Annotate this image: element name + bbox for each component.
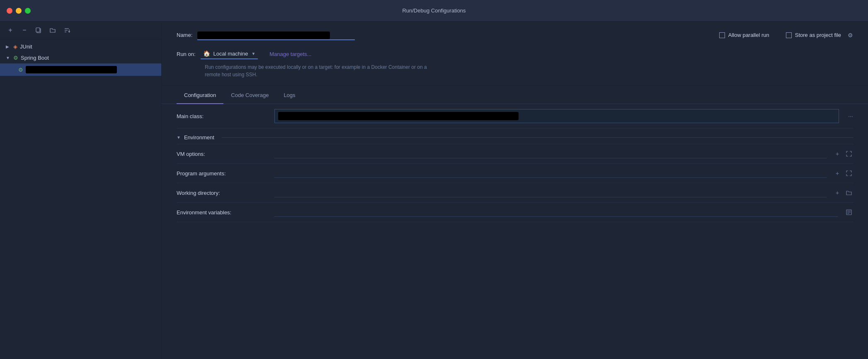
main-class-row: Main class: ··· bbox=[177, 104, 853, 129]
run-on-dropdown[interactable]: 🏠 Local machine ▼ bbox=[201, 49, 258, 59]
program-args-add-button[interactable]: + bbox=[833, 169, 841, 177]
dropdown-arrow-icon: ▼ bbox=[251, 51, 255, 56]
tab-configuration[interactable]: Configuration bbox=[177, 87, 223, 104]
sort-button[interactable] bbox=[62, 26, 71, 35]
program-args-expand-button[interactable] bbox=[845, 169, 853, 177]
store-project-gear-icon[interactable]: ⚙ bbox=[848, 32, 853, 39]
house-icon: 🏠 bbox=[203, 50, 210, 57]
folder-icon bbox=[49, 27, 56, 34]
env-vars-label: Environment variables: bbox=[177, 209, 268, 216]
junit-icon: ◈ bbox=[13, 44, 17, 50]
tabs-bar: Configuration Code Coverage Logs bbox=[162, 87, 868, 104]
close-button[interactable] bbox=[7, 8, 12, 14]
svg-rect-1 bbox=[36, 28, 40, 32]
local-machine-label: Local machine bbox=[213, 51, 248, 57]
allow-parallel-checkbox[interactable] bbox=[719, 32, 725, 38]
tree-arrow-junit: ▶ bbox=[6, 44, 11, 49]
program-args-label: Program arguments: bbox=[177, 170, 268, 177]
working-dir-add-button[interactable]: + bbox=[833, 189, 841, 197]
working-dir-label: Working directory: bbox=[177, 190, 268, 196]
main-class-redacted bbox=[278, 112, 519, 120]
run-on-row: Run on: 🏠 Local machine ▼ Manage targets… bbox=[177, 49, 853, 59]
expand-icon-2 bbox=[846, 170, 852, 176]
vm-options-expand-button[interactable] bbox=[845, 150, 853, 158]
vm-options-input[interactable] bbox=[274, 149, 827, 158]
tree-item-springboot-child[interactable]: ⚙ bbox=[0, 63, 161, 76]
minimize-button[interactable] bbox=[16, 8, 22, 14]
env-vars-edit-button[interactable] bbox=[845, 208, 853, 216]
program-args-input[interactable] bbox=[274, 169, 827, 178]
main-class-label: Main class: bbox=[177, 113, 268, 119]
run-on-label: Run on: bbox=[177, 51, 196, 57]
vm-options-label: VM options: bbox=[177, 151, 268, 157]
toolbar: + − bbox=[0, 22, 161, 39]
program-args-actions: + bbox=[833, 169, 853, 177]
vm-options-row: VM options: + bbox=[177, 144, 853, 164]
name-left: Name: bbox=[177, 30, 719, 40]
environment-chevron-icon: ▼ bbox=[177, 135, 181, 140]
copy-config-button[interactable] bbox=[34, 26, 43, 35]
right-panel: Name: Allow parallel run Store as projec… bbox=[162, 22, 868, 359]
sort-icon bbox=[63, 27, 70, 34]
config-header: Name: Allow parallel run Store as projec… bbox=[162, 22, 868, 85]
tab-code-coverage[interactable]: Code Coverage bbox=[223, 87, 276, 104]
allow-parallel-checkbox-row[interactable]: Allow parallel run bbox=[719, 32, 769, 38]
edit-icon bbox=[846, 209, 852, 215]
name-right: Allow parallel run Store as project file… bbox=[719, 32, 853, 39]
tab-logs[interactable]: Logs bbox=[276, 87, 303, 104]
run-on-left: Run on: 🏠 Local machine ▼ Manage targets… bbox=[177, 49, 311, 59]
copy-icon bbox=[35, 27, 42, 34]
working-dir-browse-button[interactable] bbox=[845, 189, 853, 197]
folder-button[interactable] bbox=[48, 26, 57, 35]
folder-browse-icon bbox=[846, 190, 852, 196]
config-content: Main class: ··· ▼ Environment VM options… bbox=[162, 104, 868, 359]
add-config-button[interactable]: + bbox=[6, 26, 15, 35]
environment-section-header[interactable]: ▼ Environment bbox=[177, 129, 853, 144]
tree-item-springboot[interactable]: ▼ ⚙ Spring Boot bbox=[0, 52, 161, 63]
springboot-icon: ⚙ bbox=[13, 55, 18, 61]
env-vars-input[interactable] bbox=[274, 208, 838, 217]
manage-targets-link[interactable]: Manage targets... bbox=[269, 51, 311, 57]
main-class-more-button[interactable]: ··· bbox=[848, 113, 853, 119]
tree-label-junit: JUnit bbox=[20, 44, 32, 50]
store-as-project-label: Store as project file bbox=[795, 32, 841, 38]
name-row: Name: Allow parallel run Store as projec… bbox=[177, 30, 853, 40]
working-dir-row: Working directory: + bbox=[177, 183, 853, 203]
store-as-project-checkbox[interactable] bbox=[786, 32, 792, 38]
run-on-hint: Run configurations may be executed local… bbox=[205, 63, 437, 78]
environment-title: Environment bbox=[184, 134, 214, 141]
working-dir-actions: + bbox=[833, 189, 853, 197]
expand-icon bbox=[846, 151, 852, 157]
env-vars-actions bbox=[845, 208, 853, 216]
vm-options-actions: + bbox=[833, 150, 853, 158]
config-tree: ▶ ◈ JUnit ▼ ⚙ Spring Boot ⚙ bbox=[0, 39, 161, 359]
allow-parallel-label: Allow parallel run bbox=[728, 32, 769, 38]
program-args-row: Program arguments: + bbox=[177, 164, 853, 183]
name-redacted bbox=[197, 32, 330, 39]
title-bar: Run/Debug Configurations bbox=[0, 0, 868, 22]
main-container: + − bbox=[0, 22, 868, 359]
remove-config-button[interactable]: − bbox=[20, 26, 29, 35]
tree-item-junit[interactable]: ▶ ◈ JUnit bbox=[0, 41, 161, 52]
working-dir-input[interactable] bbox=[274, 188, 827, 197]
name-label: Name: bbox=[177, 32, 192, 38]
tree-label-springboot: Spring Boot bbox=[21, 55, 49, 61]
vm-options-add-button[interactable]: + bbox=[833, 150, 841, 158]
child-redacted-label bbox=[26, 66, 117, 73]
window-title: Run/Debug Configurations bbox=[402, 7, 466, 14]
env-vars-row: Environment variables: bbox=[177, 203, 853, 222]
left-panel: + − bbox=[0, 22, 162, 359]
main-class-input[interactable] bbox=[274, 109, 839, 123]
child-springboot-icon: ⚙ bbox=[18, 67, 23, 73]
maximize-button[interactable] bbox=[25, 8, 31, 14]
window-controls[interactable] bbox=[7, 8, 31, 14]
env-divider bbox=[222, 137, 853, 138]
tree-arrow-springboot: ▼ bbox=[6, 56, 11, 60]
store-as-project-checkbox-row[interactable]: Store as project file ⚙ bbox=[786, 32, 853, 39]
